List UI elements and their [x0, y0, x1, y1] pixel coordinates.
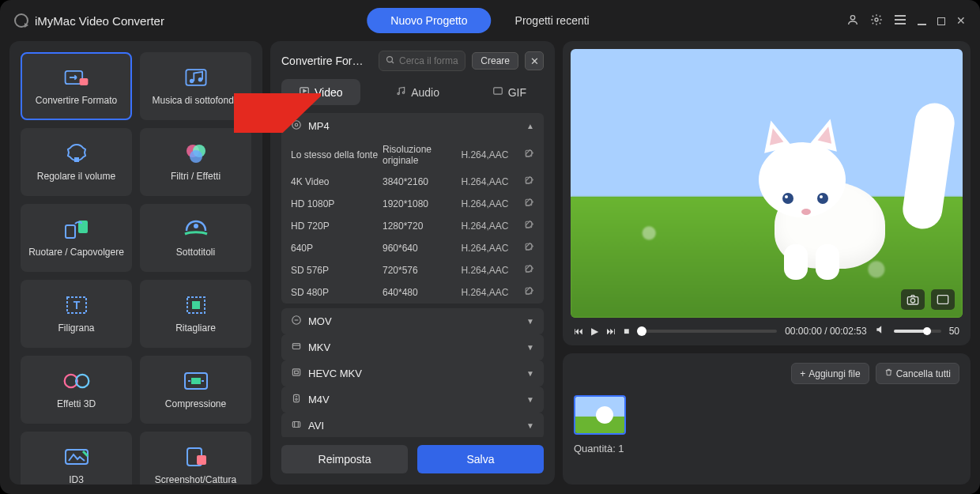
svg-rect-51	[292, 422, 300, 428]
format-header[interactable]: MKV ▼	[281, 334, 544, 360]
preset-name: Lo stesso della fonte	[291, 149, 383, 160]
right-column: ⏮ ▶ ⏭ ■ 00:00:00 / 00:02:53 50	[563, 41, 971, 485]
tool-screenshot[interactable]: Screenshot/Cattura	[140, 432, 251, 485]
edit-preset-icon[interactable]	[520, 286, 534, 299]
rotate-icon	[62, 218, 91, 240]
preset-name: SD 480P	[291, 287, 383, 298]
format-header[interactable]: AVI ▼	[281, 413, 544, 437]
preset-codec: H.264,AAC	[461, 221, 520, 232]
app-logo-icon	[14, 13, 28, 28]
tool-subs[interactable]: Sottotitoli	[140, 204, 251, 272]
format-group-m4v: M4V ▼	[281, 387, 544, 413]
tool-filters[interactable]: Filtri / Effetti	[140, 128, 251, 196]
progress-bar[interactable]	[637, 330, 777, 333]
prev-button[interactable]: ⏮	[574, 326, 583, 337]
tool-crop[interactable]: Ritagliare	[140, 280, 251, 348]
tool-compress[interactable]: Compressione	[140, 356, 251, 424]
tool-volume[interactable]: Regolare il volume	[21, 128, 132, 196]
edit-preset-icon[interactable]	[520, 220, 534, 232]
svg-point-37	[295, 123, 298, 126]
snapshot-button[interactable]	[901, 289, 925, 310]
format-name: AVI	[308, 420, 324, 432]
tool-convert[interactable]: Convertire Formato	[21, 52, 132, 120]
preset-row[interactable]: HD 720P 1280*720 H.264,AAC	[281, 215, 544, 237]
plus-icon: +	[800, 368, 805, 379]
svg-point-33	[398, 92, 399, 94]
volume-icon[interactable]	[875, 324, 886, 338]
format-header[interactable]: MOV ▼	[281, 308, 544, 334]
time-total: 00:02:53	[830, 326, 867, 337]
format-icon	[291, 119, 302, 133]
preview-image-kitten	[751, 119, 901, 277]
format-header-mp4[interactable]: MP4 ▲	[281, 113, 544, 139]
time-display: 00:00:00 / 00:02:53	[785, 326, 866, 337]
preset-row[interactable]: Lo stesso della fonte Risoluzione origin…	[281, 139, 544, 171]
reset-button[interactable]: Reimposta	[281, 445, 408, 473]
close-panel-button[interactable]: ✕	[525, 51, 544, 70]
window-maximize[interactable]	[937, 14, 945, 28]
menu-icon[interactable]	[894, 14, 906, 28]
volume-value: 50	[949, 326, 959, 337]
chevron-down-icon: ▼	[526, 395, 534, 404]
add-file-label: Aggiungi file	[808, 368, 860, 379]
svg-rect-46	[292, 344, 300, 349]
account-icon[interactable]	[846, 13, 859, 28]
clear-all-button[interactable]: Cancella tutti	[876, 363, 959, 384]
tab-new-project[interactable]: Nuovo Progetto	[367, 8, 491, 33]
edit-preset-icon[interactable]	[520, 242, 534, 255]
screenshot-icon	[182, 446, 210, 468]
next-button[interactable]: ⏭	[606, 326, 616, 337]
play-button[interactable]: ▶	[591, 326, 598, 337]
tool-rotate[interactable]: Ruotare / Capovolgere	[21, 204, 132, 272]
preset-codec: H.264,AAC	[461, 287, 520, 298]
video-preview[interactable]	[571, 49, 963, 318]
clear-all-label: Cancella tutti	[896, 368, 951, 379]
preset-resolution: Risoluzione originale	[383, 144, 461, 166]
format-search-input[interactable]	[399, 55, 458, 66]
svg-point-50	[296, 398, 297, 400]
tool-label: Regolare il volume	[37, 171, 115, 182]
edit-preset-icon[interactable]	[520, 264, 534, 277]
preset-row[interactable]: HD 1080P 1920*1080 H.264,AAC	[281, 193, 544, 215]
tool-label: Effetti 3D	[57, 398, 96, 409]
preset-row[interactable]: SD 576P 720*576 H.264,AAC	[281, 259, 544, 281]
tab-audio[interactable]: Audio	[378, 79, 457, 105]
tool-id3[interactable]: ID3	[21, 432, 132, 485]
save-button[interactable]: Salva	[417, 445, 544, 473]
tab-recent-projects[interactable]: Progetti recenti	[492, 8, 613, 33]
preset-name: SD 576P	[291, 265, 383, 276]
svg-rect-28	[197, 455, 206, 465]
format-group-mkv: MKV ▼	[281, 334, 544, 360]
chevron-down-icon: ▼	[526, 421, 534, 430]
window-minimize[interactable]	[918, 14, 926, 28]
tab-gif[interactable]: GIF	[475, 79, 544, 105]
settings-icon[interactable]	[870, 13, 883, 28]
edit-preset-icon[interactable]	[520, 198, 534, 210]
preset-row[interactable]: 640P 960*640 H.264,AAC	[281, 237, 544, 259]
preset-resolution: 720*576	[383, 265, 461, 276]
format-header[interactable]: M4V ▼	[281, 387, 544, 413]
format-header[interactable]: HEVC MKV ▼	[281, 360, 544, 387]
preset-row[interactable]: 4K Video 3840*2160 H.264,AAC	[281, 171, 544, 193]
tool-fx3d[interactable]: Effetti 3D	[21, 356, 132, 424]
tool-label: Convertire Formato	[36, 95, 117, 106]
app-window: iMyMac Video Converter Nuovo Progetto Pr…	[0, 0, 980, 494]
edit-preset-icon[interactable]	[520, 149, 534, 161]
stop-button[interactable]: ■	[624, 326, 629, 337]
create-format-button[interactable]: Creare	[472, 52, 518, 70]
fullscreen-button[interactable]	[931, 289, 955, 310]
queue-item-1[interactable]	[574, 395, 626, 435]
preset-row[interactable]: SD 480P 640*480 H.264,AAC	[281, 281, 544, 304]
window-close[interactable]: ✕	[956, 14, 966, 27]
edit-preset-icon[interactable]	[520, 175, 534, 188]
format-search[interactable]	[379, 51, 466, 71]
volume-slider[interactable]	[894, 330, 941, 333]
preset-codec: H.264,AAC	[461, 176, 520, 187]
preset-name: HD 1080P	[291, 198, 383, 209]
tab-video[interactable]: Video	[281, 79, 360, 105]
svg-rect-47	[292, 369, 300, 375]
tool-watermark[interactable]: T Filigrana	[21, 280, 132, 348]
tool-bgmusic[interactable]: Musica di sottofondo	[140, 52, 251, 120]
add-file-button[interactable]: + Aggiungi file	[791, 363, 869, 384]
app-title: iMyMac Video Converter	[35, 14, 164, 28]
